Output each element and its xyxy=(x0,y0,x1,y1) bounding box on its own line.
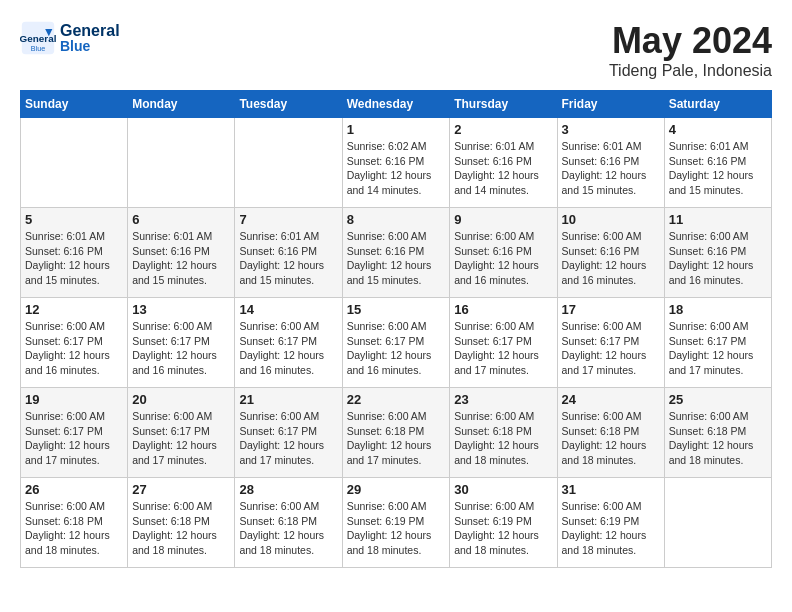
day-number: 15 xyxy=(347,302,446,317)
calendar-cell: 17Sunrise: 6:00 AMSunset: 6:17 PMDayligh… xyxy=(557,298,664,388)
calendar-table: SundayMondayTuesdayWednesdayThursdayFrid… xyxy=(20,90,772,568)
calendar-cell: 19Sunrise: 6:00 AMSunset: 6:17 PMDayligh… xyxy=(21,388,128,478)
day-number: 2 xyxy=(454,122,552,137)
page-header: General Blue General Blue May 2024 Tiden… xyxy=(20,20,772,80)
day-number: 24 xyxy=(562,392,660,407)
day-info: Sunrise: 6:00 AMSunset: 6:17 PMDaylight:… xyxy=(25,409,123,468)
day-number: 19 xyxy=(25,392,123,407)
calendar-cell: 31Sunrise: 6:00 AMSunset: 6:19 PMDayligh… xyxy=(557,478,664,568)
svg-text:Blue: Blue xyxy=(31,44,45,53)
weekday-header-row: SundayMondayTuesdayWednesdayThursdayFrid… xyxy=(21,91,772,118)
day-info: Sunrise: 6:00 AMSunset: 6:17 PMDaylight:… xyxy=(239,409,337,468)
day-info: Sunrise: 6:00 AMSunset: 6:19 PMDaylight:… xyxy=(347,499,446,558)
day-number: 12 xyxy=(25,302,123,317)
day-number: 25 xyxy=(669,392,767,407)
calendar-cell: 20Sunrise: 6:00 AMSunset: 6:17 PMDayligh… xyxy=(128,388,235,478)
day-info: Sunrise: 6:01 AMSunset: 6:16 PMDaylight:… xyxy=(239,229,337,288)
calendar-cell xyxy=(21,118,128,208)
day-number: 10 xyxy=(562,212,660,227)
day-info: Sunrise: 6:00 AMSunset: 6:17 PMDaylight:… xyxy=(454,319,552,378)
day-number: 13 xyxy=(132,302,230,317)
day-number: 21 xyxy=(239,392,337,407)
calendar-body: 1Sunrise: 6:02 AMSunset: 6:16 PMDaylight… xyxy=(21,118,772,568)
calendar-week-2: 5Sunrise: 6:01 AMSunset: 6:16 PMDaylight… xyxy=(21,208,772,298)
day-info: Sunrise: 6:00 AMSunset: 6:16 PMDaylight:… xyxy=(347,229,446,288)
day-info: Sunrise: 6:01 AMSunset: 6:16 PMDaylight:… xyxy=(25,229,123,288)
day-info: Sunrise: 6:00 AMSunset: 6:19 PMDaylight:… xyxy=(454,499,552,558)
calendar-cell: 30Sunrise: 6:00 AMSunset: 6:19 PMDayligh… xyxy=(450,478,557,568)
day-info: Sunrise: 6:00 AMSunset: 6:17 PMDaylight:… xyxy=(132,409,230,468)
day-info: Sunrise: 6:00 AMSunset: 6:18 PMDaylight:… xyxy=(562,409,660,468)
calendar-cell: 9Sunrise: 6:00 AMSunset: 6:16 PMDaylight… xyxy=(450,208,557,298)
calendar-cell: 16Sunrise: 6:00 AMSunset: 6:17 PMDayligh… xyxy=(450,298,557,388)
day-info: Sunrise: 6:01 AMSunset: 6:16 PMDaylight:… xyxy=(454,139,552,198)
day-number: 18 xyxy=(669,302,767,317)
calendar-cell: 21Sunrise: 6:00 AMSunset: 6:17 PMDayligh… xyxy=(235,388,342,478)
day-number: 28 xyxy=(239,482,337,497)
calendar-cell xyxy=(235,118,342,208)
day-info: Sunrise: 6:00 AMSunset: 6:19 PMDaylight:… xyxy=(562,499,660,558)
day-info: Sunrise: 6:01 AMSunset: 6:16 PMDaylight:… xyxy=(562,139,660,198)
calendar-cell: 28Sunrise: 6:00 AMSunset: 6:18 PMDayligh… xyxy=(235,478,342,568)
weekday-saturday: Saturday xyxy=(664,91,771,118)
calendar-cell: 11Sunrise: 6:00 AMSunset: 6:16 PMDayligh… xyxy=(664,208,771,298)
calendar-cell: 27Sunrise: 6:00 AMSunset: 6:18 PMDayligh… xyxy=(128,478,235,568)
logo-text-block: General Blue xyxy=(60,22,120,55)
calendar-cell: 1Sunrise: 6:02 AMSunset: 6:16 PMDaylight… xyxy=(342,118,450,208)
day-info: Sunrise: 6:00 AMSunset: 6:16 PMDaylight:… xyxy=(562,229,660,288)
logo-line1: General xyxy=(60,22,120,40)
calendar-cell: 13Sunrise: 6:00 AMSunset: 6:17 PMDayligh… xyxy=(128,298,235,388)
day-number: 26 xyxy=(25,482,123,497)
day-number: 22 xyxy=(347,392,446,407)
calendar-cell: 7Sunrise: 6:01 AMSunset: 6:16 PMDaylight… xyxy=(235,208,342,298)
day-number: 17 xyxy=(562,302,660,317)
calendar-cell xyxy=(664,478,771,568)
day-number: 20 xyxy=(132,392,230,407)
day-number: 6 xyxy=(132,212,230,227)
day-info: Sunrise: 6:00 AMSunset: 6:17 PMDaylight:… xyxy=(25,319,123,378)
calendar-week-4: 19Sunrise: 6:00 AMSunset: 6:17 PMDayligh… xyxy=(21,388,772,478)
day-number: 31 xyxy=(562,482,660,497)
calendar-cell: 5Sunrise: 6:01 AMSunset: 6:16 PMDaylight… xyxy=(21,208,128,298)
day-info: Sunrise: 6:00 AMSunset: 6:17 PMDaylight:… xyxy=(239,319,337,378)
day-info: Sunrise: 6:02 AMSunset: 6:16 PMDaylight:… xyxy=(347,139,446,198)
title-block: May 2024 Tideng Pale, Indonesia xyxy=(609,20,772,80)
day-info: Sunrise: 6:00 AMSunset: 6:18 PMDaylight:… xyxy=(669,409,767,468)
weekday-monday: Monday xyxy=(128,91,235,118)
calendar-week-3: 12Sunrise: 6:00 AMSunset: 6:17 PMDayligh… xyxy=(21,298,772,388)
day-info: Sunrise: 6:00 AMSunset: 6:17 PMDaylight:… xyxy=(669,319,767,378)
weekday-tuesday: Tuesday xyxy=(235,91,342,118)
svg-text:General: General xyxy=(20,33,56,44)
calendar-cell: 14Sunrise: 6:00 AMSunset: 6:17 PMDayligh… xyxy=(235,298,342,388)
calendar-cell: 2Sunrise: 6:01 AMSunset: 6:16 PMDaylight… xyxy=(450,118,557,208)
day-info: Sunrise: 6:00 AMSunset: 6:18 PMDaylight:… xyxy=(239,499,337,558)
day-number: 16 xyxy=(454,302,552,317)
calendar-cell: 23Sunrise: 6:00 AMSunset: 6:18 PMDayligh… xyxy=(450,388,557,478)
calendar-cell: 15Sunrise: 6:00 AMSunset: 6:17 PMDayligh… xyxy=(342,298,450,388)
day-number: 5 xyxy=(25,212,123,227)
day-number: 8 xyxy=(347,212,446,227)
calendar-cell: 10Sunrise: 6:00 AMSunset: 6:16 PMDayligh… xyxy=(557,208,664,298)
day-number: 23 xyxy=(454,392,552,407)
day-info: Sunrise: 6:00 AMSunset: 6:16 PMDaylight:… xyxy=(454,229,552,288)
month-title: May 2024 xyxy=(609,20,772,62)
weekday-sunday: Sunday xyxy=(21,91,128,118)
weekday-wednesday: Wednesday xyxy=(342,91,450,118)
day-number: 30 xyxy=(454,482,552,497)
calendar-cell: 26Sunrise: 6:00 AMSunset: 6:18 PMDayligh… xyxy=(21,478,128,568)
location: Tideng Pale, Indonesia xyxy=(609,62,772,80)
calendar-header: SundayMondayTuesdayWednesdayThursdayFrid… xyxy=(21,91,772,118)
day-number: 3 xyxy=(562,122,660,137)
calendar-cell: 22Sunrise: 6:00 AMSunset: 6:18 PMDayligh… xyxy=(342,388,450,478)
calendar-cell: 24Sunrise: 6:00 AMSunset: 6:18 PMDayligh… xyxy=(557,388,664,478)
calendar-cell: 6Sunrise: 6:01 AMSunset: 6:16 PMDaylight… xyxy=(128,208,235,298)
day-info: Sunrise: 6:01 AMSunset: 6:16 PMDaylight:… xyxy=(132,229,230,288)
logo: General Blue General Blue xyxy=(20,20,120,56)
calendar-cell: 25Sunrise: 6:00 AMSunset: 6:18 PMDayligh… xyxy=(664,388,771,478)
day-info: Sunrise: 6:00 AMSunset: 6:16 PMDaylight:… xyxy=(669,229,767,288)
weekday-thursday: Thursday xyxy=(450,91,557,118)
day-info: Sunrise: 6:00 AMSunset: 6:17 PMDaylight:… xyxy=(562,319,660,378)
day-info: Sunrise: 6:00 AMSunset: 6:18 PMDaylight:… xyxy=(347,409,446,468)
day-info: Sunrise: 6:01 AMSunset: 6:16 PMDaylight:… xyxy=(669,139,767,198)
day-number: 9 xyxy=(454,212,552,227)
